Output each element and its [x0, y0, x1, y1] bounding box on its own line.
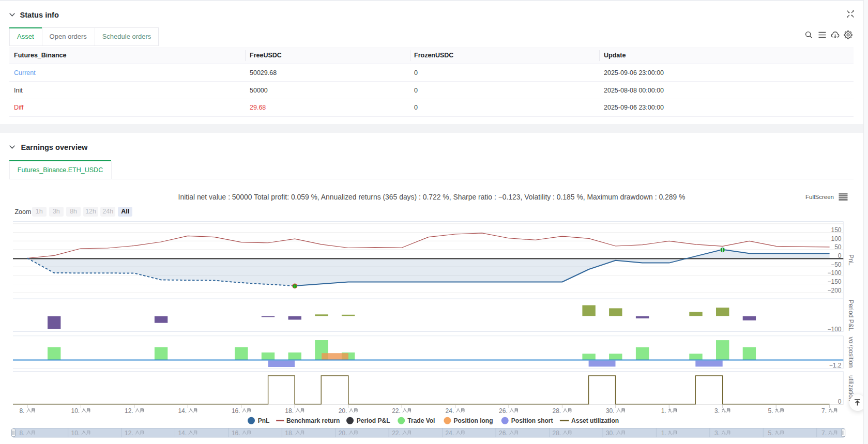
svg-text:18.: 18. [285, 407, 294, 415]
svg-text:Period P&L: Period P&L [847, 300, 855, 331]
svg-text:−100: −100 [827, 269, 841, 277]
svg-text:Asset utilization: Asset utilization [571, 417, 619, 424]
svg-text:−200: −200 [827, 287, 841, 294]
svg-text:12.: 12. [125, 407, 133, 415]
svg-text:3.: 3. [714, 407, 720, 415]
svg-text:8.: 8. [19, 430, 24, 437]
svg-text:20.: 20. [339, 430, 347, 437]
svg-text:Period P&L: Period P&L [357, 417, 390, 424]
svg-text:22.: 22. [392, 430, 401, 437]
svg-text:Position long: Position long [454, 417, 493, 424]
svg-text:7.: 7. [821, 430, 827, 437]
svg-text:Benchmark return: Benchmark return [286, 417, 340, 424]
svg-text:5.: 5. [768, 407, 773, 415]
svg-text:−50: −50 [831, 261, 842, 268]
svg-text:16.: 16. [232, 430, 240, 437]
svg-text:−150: −150 [827, 278, 841, 285]
svg-text:16.: 16. [232, 407, 240, 415]
svg-text:Trade Vol: Trade Vol [407, 417, 435, 424]
svg-text:−1.2: −1.2 [829, 362, 842, 369]
svg-text:10.: 10. [71, 430, 80, 437]
svg-text:14.: 14. [178, 430, 187, 437]
svg-text:1.: 1. [661, 430, 666, 437]
svg-text:30.: 30. [606, 407, 615, 415]
svg-text:24.: 24. [446, 407, 454, 415]
svg-text:100: 100 [831, 235, 841, 242]
svg-text:28.: 28. [553, 407, 561, 415]
svg-text:7.: 7. [821, 407, 827, 415]
svg-text:22.: 22. [392, 407, 401, 415]
svg-text:26.: 26. [499, 407, 508, 415]
svg-text:1.: 1. [661, 407, 666, 415]
svg-text:24.: 24. [446, 430, 454, 437]
svg-text:Position short: Position short [511, 417, 553, 424]
svg-text:26.: 26. [499, 430, 508, 437]
svg-text:30.: 30. [606, 430, 615, 437]
svg-text:PnL: PnL [258, 417, 270, 424]
svg-text:vol/position: vol/position [847, 336, 855, 368]
svg-text:PnL: PnL [847, 254, 855, 266]
svg-text:5.: 5. [768, 430, 773, 437]
svg-text:8.: 8. [19, 407, 24, 415]
svg-text:20.: 20. [339, 407, 347, 415]
svg-text:0: 0 [838, 398, 842, 405]
svg-text:3.: 3. [714, 430, 720, 437]
svg-text:28.: 28. [553, 430, 561, 437]
svg-text:12.: 12. [125, 430, 133, 437]
svg-text:0: 0 [838, 252, 842, 259]
svg-text:150: 150 [831, 226, 841, 234]
svg-text:50: 50 [834, 243, 842, 251]
svg-text:−100: −100 [827, 326, 841, 333]
svg-text:18.: 18. [285, 430, 294, 437]
svg-text:14.: 14. [178, 407, 187, 415]
svg-text:10.: 10. [71, 407, 80, 415]
